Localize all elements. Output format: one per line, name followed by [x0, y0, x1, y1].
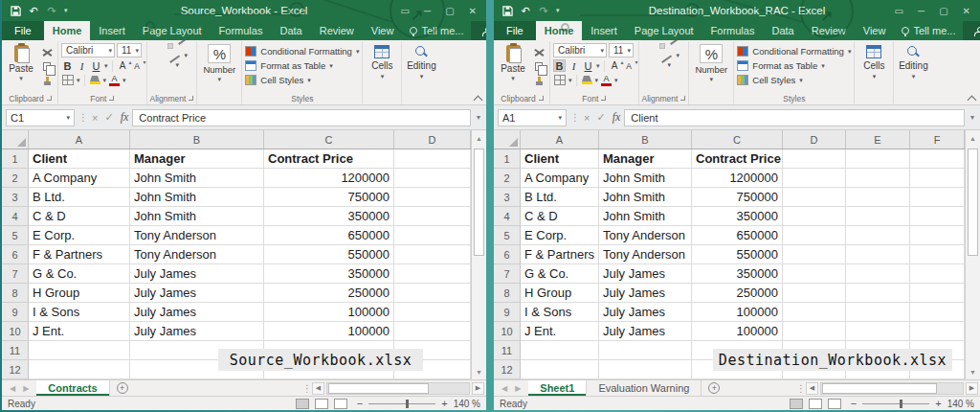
chevron-down-icon[interactable]: ▾ [176, 61, 180, 68]
number-format-button[interactable]: % Number ▾ [692, 43, 730, 82]
decrease-indent-button[interactable] [642, 62, 648, 68]
sheet-tab-contracts[interactable]: Contracts [36, 380, 109, 396]
cell[interactable] [846, 169, 910, 188]
chevron-down-icon[interactable]: ▾ [104, 62, 108, 69]
cell[interactable]: F & Partners [521, 245, 599, 264]
decrease-font-button[interactable]: A▾ [623, 59, 635, 72]
scroll-up-icon[interactable]: ▲ [966, 130, 980, 146]
increase-indent-button[interactable] [651, 62, 657, 68]
cell[interactable] [783, 226, 846, 245]
ribbon-display-options-icon[interactable]: ▭ [401, 6, 410, 16]
cell[interactable]: July James [599, 264, 692, 284]
cell[interactable]: 750000 [692, 188, 783, 207]
dialog-launcher-icon[interactable] [189, 96, 193, 101]
zoom-level[interactable]: 140 % [454, 399, 480, 409]
hscroll-right-icon[interactable]: ▶ [472, 382, 484, 395]
cell[interactable] [910, 322, 965, 341]
zoom-slider[interactable] [368, 403, 435, 404]
formula-input[interactable]: Client [624, 109, 965, 126]
sheet-nav-right-icon[interactable]: ▶ [515, 384, 521, 393]
tab-data[interactable]: Data [763, 21, 802, 40]
cell[interactable] [783, 245, 846, 264]
dialog-launcher-icon[interactable] [109, 96, 114, 101]
row-header[interactable]: 7 [494, 264, 521, 284]
cell[interactable]: Tony Anderson [599, 245, 692, 264]
dialog-launcher-icon[interactable] [680, 96, 685, 101]
page-break-view-icon[interactable] [828, 399, 841, 409]
align-middle-button[interactable] [159, 43, 165, 49]
row-header[interactable]: 9 [2, 303, 29, 322]
cell[interactable]: 350000 [264, 264, 394, 284]
cell[interactable] [394, 303, 471, 322]
column-header-f[interactable]: F [910, 130, 965, 149]
cell[interactable]: July James [130, 303, 264, 322]
cell[interactable]: 350000 [692, 207, 783, 226]
hscroll-right-icon[interactable]: ▶ [966, 382, 978, 395]
align-center-button[interactable] [159, 53, 165, 58]
chevron-down-icon[interactable]: ▾ [77, 77, 80, 83]
cell[interactable] [783, 188, 846, 207]
cancel-icon[interactable]: × [92, 112, 98, 124]
maximize-icon[interactable]: ▢ [445, 6, 454, 16]
fill-color-button[interactable] [89, 74, 101, 86]
cell[interactable]: July James [599, 322, 692, 341]
cell[interactable] [521, 341, 599, 360]
cell[interactable]: G & Co. [29, 264, 130, 284]
chevron-down-icon[interactable]: ▾ [103, 77, 107, 83]
cell[interactable]: 750000 [264, 188, 394, 207]
ribbon-display-options-icon[interactable]: ▭ [895, 6, 903, 16]
cell[interactable]: July James [599, 284, 692, 303]
cell[interactable]: John Smith [599, 188, 692, 207]
sheet-nav-right-icon[interactable]: ▶ [23, 384, 29, 393]
font-size-select[interactable]: 11▾ [609, 43, 634, 57]
cell[interactable] [910, 284, 965, 303]
column-header-e[interactable]: E [846, 130, 910, 149]
row-header[interactable]: 3 [494, 188, 521, 207]
paste-button[interactable]: Paste ▾ [498, 43, 528, 81]
borders-button[interactable] [553, 74, 567, 86]
cell-styles-button[interactable]: Cell Styles▾ [737, 73, 851, 86]
cancel-icon[interactable]: × [584, 112, 590, 124]
row-header[interactable]: 2 [2, 169, 29, 188]
vertical-scrollbar[interactable]: ▲ ▼ [471, 130, 486, 379]
zoom-out-icon[interactable]: − [851, 398, 857, 409]
font-name-select[interactable]: Calibri▾ [61, 43, 115, 57]
row-header[interactable]: 10 [2, 322, 29, 341]
cell[interactable]: Tony Anderson [599, 226, 692, 245]
cell[interactable] [910, 188, 965, 207]
column-header-a[interactable]: A [29, 130, 130, 149]
row-header[interactable]: 1 [494, 149, 521, 169]
zoom-level[interactable]: 140 % [947, 399, 974, 409]
share-button[interactable]: Share [471, 21, 486, 40]
row-header[interactable]: 5 [494, 226, 521, 245]
cell[interactable] [846, 207, 910, 226]
scroll-down-icon[interactable]: ▼ [472, 364, 486, 379]
chevron-down-icon[interactable]: ▾ [614, 77, 618, 83]
cell[interactable]: B Ltd. [29, 188, 130, 207]
chevron-down-icon[interactable]: ▾ [677, 52, 680, 58]
wrap-text-button[interactable] [659, 62, 665, 68]
cell[interactable]: H Group [29, 284, 130, 303]
new-sheet-button[interactable]: + [702, 380, 726, 396]
cell[interactable]: A Company [29, 169, 130, 188]
orientation-button[interactable] [176, 43, 182, 49]
scroll-down-icon[interactable]: ▼ [966, 364, 980, 379]
orientation-button[interactable] [668, 43, 674, 49]
cell[interactable]: E Corp. [29, 226, 130, 245]
page-break-view-icon[interactable] [334, 399, 347, 409]
horizontal-scrollbar[interactable] [820, 382, 964, 395]
cell[interactable] [599, 341, 692, 360]
redo-icon[interactable]: ↷ [538, 5, 549, 16]
tab-page-layout[interactable]: Page Layout [626, 21, 702, 40]
editing-button[interactable]: Editing ▾ [405, 43, 437, 80]
cell[interactable]: John Smith [130, 207, 264, 226]
borders-button[interactable] [61, 74, 75, 86]
tab-view[interactable]: View [855, 21, 895, 40]
cell[interactable]: J Ent. [521, 322, 599, 341]
format-as-table-button[interactable]: Format as Table▾ [737, 58, 851, 72]
font-color-button[interactable]: A [600, 74, 612, 86]
cell[interactable] [394, 284, 471, 303]
cell[interactable] [910, 226, 965, 245]
tab-home[interactable]: Home [536, 21, 583, 40]
maximize-icon[interactable]: ▢ [939, 6, 947, 16]
